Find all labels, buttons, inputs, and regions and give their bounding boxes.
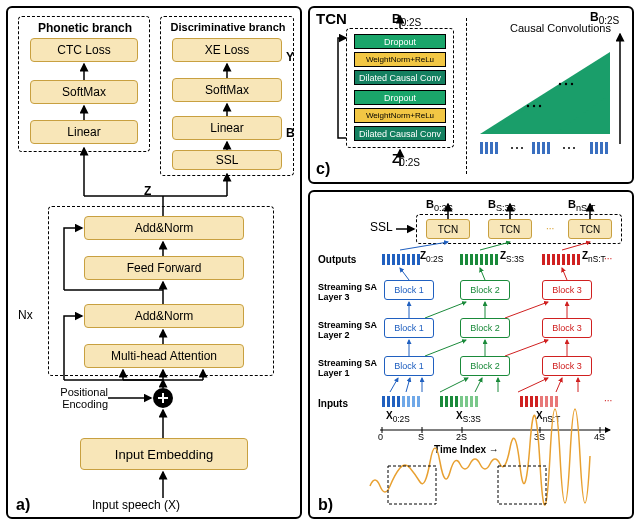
svg-point-49 (511, 147, 513, 149)
svg-point-31 (527, 105, 529, 107)
svg-rect-118 (440, 396, 443, 407)
svg-line-99 (425, 340, 466, 356)
svg-line-89 (480, 268, 485, 280)
svg-rect-127 (525, 396, 528, 407)
x1-label: XS:3S (456, 410, 481, 424)
svg-rect-111 (387, 396, 390, 407)
svg-rect-129 (535, 396, 538, 407)
causal-b-label: B0:2S (590, 10, 619, 26)
tcn-skip-arrows (310, 8, 470, 186)
svg-marker-29 (490, 96, 544, 134)
tick-4s: 4S (594, 432, 605, 442)
svg-point-54 (573, 147, 575, 149)
svg-rect-37 (480, 142, 483, 154)
svg-rect-130 (540, 396, 543, 407)
svg-point-53 (568, 147, 570, 149)
svg-line-87 (562, 242, 590, 250)
svg-line-94 (425, 302, 466, 318)
time-index-label: Time Index → (434, 444, 499, 455)
svg-text:···: ··· (604, 395, 612, 406)
svg-line-85 (400, 242, 448, 250)
svg-rect-116 (412, 396, 415, 407)
svg-rect-123 (465, 396, 468, 407)
svg-rect-121 (455, 396, 458, 407)
x0-label: X0:2S (386, 410, 410, 424)
tick-0: 0 (378, 432, 383, 442)
svg-rect-48 (605, 142, 608, 154)
svg-rect-114 (402, 396, 405, 407)
svg-rect-115 (407, 396, 410, 407)
svg-point-36 (571, 83, 573, 85)
svg-rect-40 (495, 142, 498, 154)
svg-rect-112 (392, 396, 395, 407)
svg-rect-47 (600, 142, 603, 154)
svg-line-105 (475, 378, 482, 392)
svg-rect-132 (550, 396, 553, 407)
svg-rect-45 (590, 142, 593, 154)
svg-line-101 (390, 378, 398, 392)
svg-rect-142 (498, 466, 546, 504)
svg-rect-46 (595, 142, 598, 154)
svg-line-95 (505, 302, 548, 318)
svg-rect-39 (490, 142, 493, 154)
tick-2s: 2S (456, 432, 467, 442)
svg-point-52 (563, 147, 565, 149)
svg-point-35 (565, 83, 567, 85)
svg-point-33 (539, 105, 541, 107)
panel-c: TCN c) Dropout WeightNorm+ReLu Dilated C… (308, 6, 634, 184)
svg-rect-119 (445, 396, 448, 407)
svg-line-104 (440, 378, 468, 392)
svg-rect-113 (397, 396, 400, 407)
tick-s: S (418, 432, 424, 442)
svg-rect-110 (382, 396, 385, 407)
svg-rect-38 (485, 142, 488, 154)
panel-a-tag: a) (16, 496, 30, 514)
svg-rect-122 (460, 396, 463, 407)
svg-rect-120 (450, 396, 453, 407)
svg-rect-125 (475, 396, 478, 407)
svg-point-32 (533, 105, 535, 107)
svg-line-107 (518, 378, 548, 392)
panel-b: b) SSL TCN TCN TCN B0:2S BS:3S BnS:T ···… (308, 190, 634, 519)
svg-line-108 (556, 378, 562, 392)
svg-rect-42 (537, 142, 540, 154)
svg-point-51 (521, 147, 523, 149)
svg-line-88 (400, 268, 409, 280)
svg-line-102 (406, 378, 410, 392)
input-ticks: ··· (382, 392, 632, 412)
tick-3s: 3S (534, 432, 545, 442)
svg-rect-43 (542, 142, 545, 154)
causal-triangles (472, 34, 630, 174)
panel-c-divider (466, 18, 467, 174)
svg-line-90 (562, 268, 567, 280)
svg-rect-44 (547, 142, 550, 154)
panel-a-arrows (8, 8, 304, 521)
svg-rect-133 (555, 396, 558, 407)
waveform (370, 464, 620, 508)
svg-point-50 (516, 147, 518, 149)
panel-a: Phonetic branch Discriminative branch CT… (6, 6, 302, 519)
svg-point-34 (559, 83, 561, 85)
svg-rect-126 (520, 396, 523, 407)
svg-rect-131 (545, 396, 548, 407)
svg-rect-41 (532, 142, 535, 154)
svg-rect-124 (470, 396, 473, 407)
svg-line-100 (505, 340, 548, 356)
svg-line-86 (480, 242, 510, 250)
svg-rect-128 (530, 396, 533, 407)
svg-rect-117 (417, 396, 420, 407)
panel-b-tag: b) (318, 496, 333, 514)
